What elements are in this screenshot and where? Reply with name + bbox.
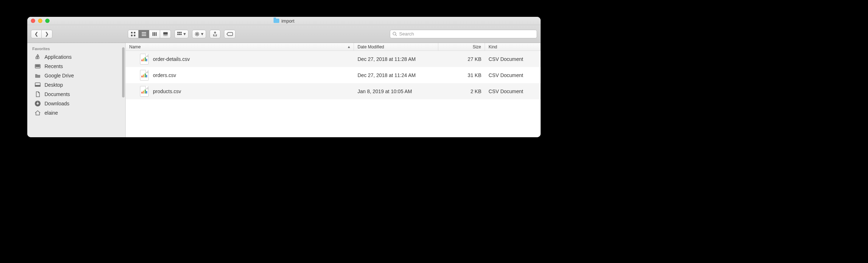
svg-point-20 [196,33,198,35]
svg-rect-4 [141,32,146,33]
action-button[interactable]: ▾ [192,30,206,38]
svg-rect-12 [165,35,166,36]
csv-file-icon [140,70,149,81]
svg-rect-26 [35,85,40,86]
svg-rect-3 [134,34,135,36]
share-button[interactable] [210,30,220,38]
svg-rect-13 [166,35,167,36]
file-row[interactable]: orders.csv Dec 27, 2018 at 11:24 AM 31 K… [126,67,541,83]
forward-button[interactable]: ❯ [42,30,52,38]
home-icon [34,110,41,116]
file-row[interactable]: products.csv Jan 8, 2019 at 10:05 AM 2 K… [126,83,541,99]
file-size: 31 KB [438,72,485,78]
tags-button[interactable] [224,30,235,38]
desktop-icon [34,82,41,88]
column-label: Size [473,44,481,49]
sidebar-item-downloads[interactable]: Downloads [27,99,125,108]
recents-icon [34,63,41,70]
svg-rect-9 [155,32,157,36]
sidebar-item-label: elaine [45,110,58,116]
minimize-button[interactable] [38,19,42,23]
sidebar-item-label: Desktop [45,82,63,88]
column-name[interactable]: Name ▲ [126,43,354,51]
svg-rect-5 [141,34,146,34]
svg-rect-24 [36,66,39,67]
file-name: orders.csv [153,72,176,78]
svg-rect-6 [141,35,146,36]
sidebar-item-google-drive[interactable]: Google Drive [27,71,125,80]
sidebar-item-label: Downloads [45,101,69,106]
icon-view-button[interactable] [128,30,139,38]
downloads-icon [34,100,41,107]
search-icon [392,32,397,36]
documents-icon [34,91,41,97]
search-field[interactable] [390,30,537,38]
svg-rect-16 [181,32,182,33]
close-button[interactable] [31,19,35,23]
gear-icon [195,32,200,37]
list-view-button[interactable] [139,30,149,38]
finder-window: import ❮ ❯ ▾ [27,17,541,137]
sidebar-item-applications[interactable]: Applications [27,52,125,62]
applications-icon [34,54,41,60]
file-date: Dec 27, 2018 at 11:28 AM [354,56,438,62]
gallery-view-button[interactable] [160,30,171,38]
svg-rect-15 [179,32,180,33]
svg-rect-0 [131,32,132,33]
sidebar-item-home[interactable]: elaine [27,108,125,118]
svg-rect-11 [163,35,164,36]
svg-rect-18 [179,34,180,35]
folder-icon [274,19,279,23]
window-title: import [27,18,541,24]
grid-icon [131,32,136,37]
svg-rect-10 [163,32,167,34]
view-buttons [128,30,171,38]
file-size: 27 KB [438,56,485,62]
svg-point-21 [393,32,396,35]
sidebar-item-label: Google Drive [45,73,74,78]
csv-file-icon [140,86,149,97]
search-input[interactable] [399,31,535,37]
column-view-button[interactable] [149,30,160,38]
action-button-wrap: ▾ [192,30,206,38]
traffic-lights [31,19,50,23]
zoom-button[interactable] [45,19,50,23]
sidebar-item-recents[interactable]: Recents [27,62,125,71]
file-size: 2 KB [438,89,485,94]
column-date[interactable]: Date Modified [354,43,438,51]
csv-file-icon [140,54,149,64]
columns-icon [152,32,157,37]
sort-ascending-icon: ▲ [347,45,351,49]
svg-rect-2 [131,34,132,36]
list-icon [141,32,146,37]
svg-rect-7 [152,32,153,36]
file-kind: CSV Document [485,89,541,94]
column-kind[interactable]: Kind [485,43,541,51]
content-area: Favorites Applications Recents Google Dr… [27,43,541,137]
column-size[interactable]: Size [438,43,485,51]
scrollbar-thumb[interactable] [122,47,125,97]
column-label: Date Modified [358,44,384,49]
group-icon [177,32,182,37]
group-button-wrap: ▾ [174,30,188,38]
sidebar-item-label: Recents [45,63,63,69]
share-icon [213,32,218,37]
sidebar-item-desktop[interactable]: Desktop [27,80,125,90]
file-row[interactable]: order-details.csv Dec 27, 2018 at 11:28 … [126,51,541,67]
gallery-icon [163,32,168,37]
svg-rect-8 [154,32,155,36]
back-button[interactable]: ❮ [31,30,42,38]
file-date: Jan 8, 2019 at 10:05 AM [354,89,438,94]
file-name: products.csv [153,89,181,94]
group-button[interactable]: ▾ [174,30,188,38]
file-kind: CSV Document [485,72,541,78]
titlebar[interactable]: import [27,17,541,25]
chevron-down-icon: ▾ [183,31,186,37]
file-name: order-details.csv [153,56,190,62]
sidebar-item-label: Applications [45,54,72,60]
sidebar-item-documents[interactable]: Documents [27,90,125,99]
column-headers: Name ▲ Date Modified Size Kind [126,43,541,51]
chevron-down-icon: ▾ [201,31,204,37]
column-label: Kind [489,44,497,49]
sidebar: Favorites Applications Recents Google Dr… [27,43,126,137]
